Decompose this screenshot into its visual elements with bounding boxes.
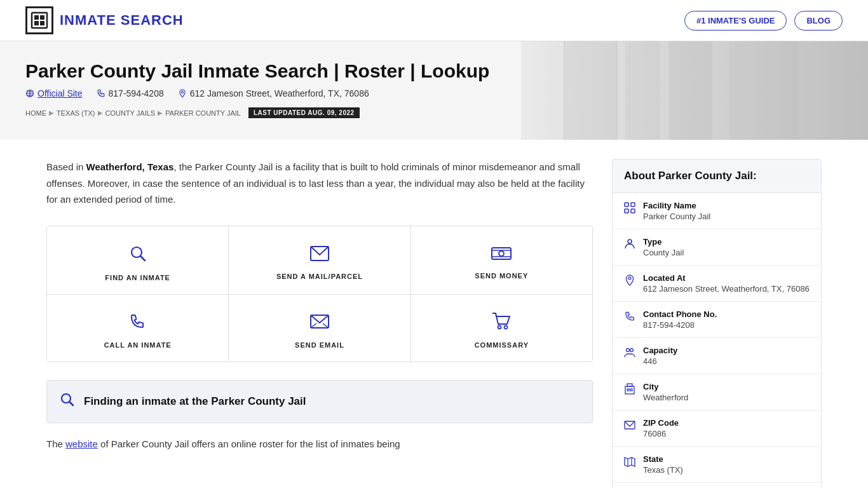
svg-rect-1: [34, 15, 39, 20]
commissary-cell[interactable]: COMMISSARY: [411, 295, 592, 362]
intro-bold-location: Weatherford, Texas: [86, 161, 174, 172]
find-inmate-label: FIND AN INMATE: [105, 274, 170, 281]
sidebar: About Parker County Jail: Facility Name …: [612, 159, 822, 488]
grid-icon: [624, 202, 635, 217]
sidebar-item-capacity: Capacity 446: [613, 338, 821, 374]
facility-name-content: Facility Name Parker County Jail: [643, 201, 710, 221]
bottom-pre: The: [46, 438, 65, 449]
zip-value: 76086: [643, 429, 679, 438]
sep-3: ▶: [158, 109, 163, 116]
bottom-text: The website of Parker County Jail offers…: [46, 436, 593, 452]
cart-icon: [492, 313, 511, 335]
svg-line-12: [140, 256, 145, 261]
call-inmate-label: CALL AN INMATE: [104, 341, 172, 349]
page-title: Parker County Jail Inmate Search | Roste…: [25, 60, 843, 82]
svg-point-31: [630, 349, 634, 352]
sidebar-item-city: City Weatherford: [613, 374, 821, 410]
send-mail-label: SEND A MAIL/PARCEL: [276, 273, 363, 280]
send-mail-cell[interactable]: SEND A MAIL/PARCEL: [229, 226, 410, 295]
action-row-1: FIND AN INMATE SEND A MAIL/PARCEL: [47, 226, 592, 295]
phone-content: Contact Phone No. 817-594-4208: [643, 309, 717, 330]
sep-1: ▶: [49, 109, 54, 116]
breadcrumb-home[interactable]: HOME: [25, 109, 46, 117]
mail-icon: [310, 245, 329, 266]
svg-rect-26: [631, 203, 635, 207]
official-site[interactable]: Official Site: [25, 88, 83, 98]
breadcrumb: HOME ▶ TEXAS (TX) ▶ COUNTY JAILS ▶ PARKE…: [25, 107, 843, 118]
type-value: County Jail: [643, 248, 684, 257]
zip-label: ZIP Code: [643, 418, 679, 428]
call-inmate-cell[interactable]: CALL AN INMATE: [47, 295, 229, 362]
envelope-icon: [624, 419, 635, 434]
send-money-cell[interactable]: SEND MONEY: [411, 226, 592, 295]
svg-point-21: [498, 325, 501, 329]
state-label: State: [643, 454, 683, 464]
type-content: Type County Jail: [643, 237, 684, 257]
sidebar-item-located-at: Located At 612 Jameson Street, Weatherfo…: [613, 266, 821, 302]
send-money-label: SEND MONEY: [475, 272, 528, 280]
send-email-cell[interactable]: SEND EMAIL: [229, 295, 410, 362]
sidebar-item-zip: ZIP Code 76086: [613, 410, 821, 447]
svg-point-15: [499, 251, 504, 256]
phone-icon: [129, 313, 147, 335]
address-meta: 612 Jameson Street, Weatherford, TX, 760…: [178, 88, 369, 98]
email-icon: [310, 313, 329, 335]
capacity-label: Capacity: [643, 346, 677, 355]
building-icon: [624, 383, 635, 398]
find-section-title: Finding an inmate at the Parker County J…: [84, 395, 306, 408]
svg-line-24: [70, 402, 74, 405]
svg-rect-27: [625, 209, 628, 213]
header-nav: #1 INMATE'S GUIDE BLOG: [684, 11, 843, 30]
find-inmate-cell[interactable]: FIND AN INMATE: [47, 226, 229, 295]
city-label: City: [643, 382, 688, 391]
svg-rect-34: [627, 389, 629, 391]
svg-rect-32: [625, 386, 634, 394]
svg-rect-28: [631, 209, 635, 213]
breadcrumb-county-jails[interactable]: COUNTY JAILS: [105, 109, 156, 117]
svg-point-22: [505, 325, 508, 329]
sidebar-item-type: Type County Jail: [613, 229, 821, 266]
sidebar-item-facility-name: Facility Name Parker County Jail: [613, 193, 821, 229]
state-value: Texas (TX): [643, 465, 683, 475]
site-logo[interactable]: INMATE SEARCH: [25, 6, 184, 34]
website-link[interactable]: website: [65, 438, 98, 449]
find-search-icon: [60, 392, 75, 411]
phone-meta: 817-594-4208: [97, 88, 164, 98]
phone-sidebar-icon: [624, 311, 635, 325]
inmates-guide-link[interactable]: #1 INMATE'S GUIDE: [684, 11, 787, 30]
city-content: City Weatherford: [643, 382, 688, 402]
intro-before: Based in: [46, 161, 86, 172]
located-at-value: 612 Jameson Street, Weatherford, TX, 760…: [643, 284, 810, 294]
sep-2: ▶: [98, 109, 103, 116]
hero-section: Parker County Jail Inmate Search | Roste…: [0, 41, 868, 140]
sidebar-item-county: County: [613, 483, 821, 488]
official-site-link[interactable]: Official Site: [37, 88, 83, 98]
svg-rect-25: [625, 203, 628, 207]
blog-link[interactable]: BLOG: [794, 11, 843, 30]
logo-icon: [25, 6, 53, 34]
main-layout: Based in Weatherford, Texas, the Parker …: [21, 140, 847, 488]
site-header: INMATE SEARCH #1 INMATE'S GUIDE BLOG: [0, 0, 868, 41]
zip-content: ZIP Code 76086: [643, 418, 679, 438]
svg-point-30: [627, 349, 630, 352]
breadcrumb-texas[interactable]: TEXAS (TX): [57, 109, 95, 117]
action-row-2: CALL AN INMATE SEND EMAIL: [47, 295, 592, 362]
svg-line-19: [311, 323, 316, 328]
svg-rect-35: [630, 389, 632, 391]
breadcrumb-parker[interactable]: PARKER COUNTY JAIL: [165, 109, 241, 117]
send-email-label: SEND EMAIL: [295, 341, 344, 349]
site-name: INMATE SEARCH: [60, 12, 184, 29]
hero-meta: Official Site 817-594-4208 612 Jameson S…: [25, 88, 843, 98]
phone-value: 817-594-4208: [643, 320, 717, 330]
located-at-label: Located At: [643, 273, 810, 283]
located-at-content: Located At 612 Jameson Street, Weatherfo…: [643, 273, 810, 294]
content-area: Based in Weatherford, Texas, the Parker …: [46, 159, 593, 488]
intro-paragraph: Based in Weatherford, Texas, the Parker …: [46, 159, 593, 208]
pin-icon: [624, 274, 635, 289]
state-content: State Texas (TX): [643, 454, 683, 475]
svg-rect-14: [492, 248, 511, 259]
city-value: Weatherford: [643, 393, 688, 402]
svg-rect-33: [627, 384, 632, 386]
last-updated: LAST UPDATED AUG. 09, 2022: [248, 107, 360, 118]
bottom-post: of Parker County Jail offers an online r…: [98, 438, 400, 449]
